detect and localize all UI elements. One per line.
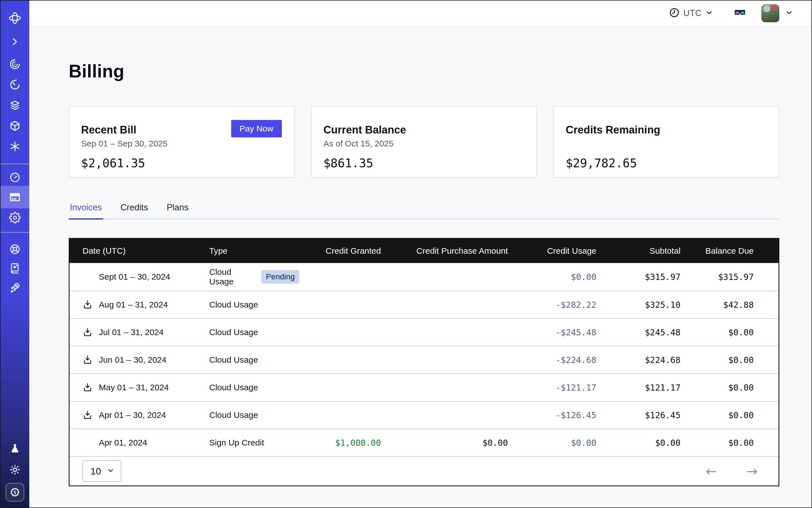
summary-cards: Recent Bill Sep 01 – Sep 30, 2025 $2,061…: [69, 106, 779, 178]
tab-plans[interactable]: Plans: [166, 203, 190, 219]
sidebar-item-layers[interactable]: [1, 94, 29, 117]
card-title: Credits Remaining: [566, 124, 766, 136]
invoice-type: Cloud Usage: [209, 267, 256, 286]
column-header-credit-purchase-amount: Credit Purchase Amount: [381, 246, 508, 256]
subtotal-value: $224.68: [596, 355, 681, 365]
sidebar-item-settings[interactable]: [1, 206, 29, 229]
credit-usage-value: -$245.48: [508, 328, 596, 337]
balance-due-value: $0.00: [681, 383, 754, 392]
card-subtitle: As of Oct 15, 2025: [324, 139, 524, 150]
invoice-date: May 01 – 31, 2024: [99, 383, 169, 392]
invoice-type: Sign Up Credit: [209, 438, 264, 448]
column-header-credit-usage: Credit Usage: [508, 246, 596, 256]
credits-remaining-card: Credits Remaining $29,782.65: [553, 106, 779, 178]
download-invoice-button[interactable]: [83, 327, 93, 337]
download-invoice-button[interactable]: [83, 300, 93, 310]
subtotal-value: $325.10: [596, 300, 681, 310]
column-header-date-utc: Date (UTC): [70, 246, 209, 256]
page-size-select[interactable]: 10: [83, 460, 121, 482]
sidebar-item-activity[interactable]: [1, 74, 29, 96]
current-balance-amount: $861.35: [324, 156, 524, 170]
table-body: Sept 01 – 30, 2024Cloud UsagePending$0.0…: [70, 263, 778, 456]
subtotal-value: $121.17: [596, 383, 681, 392]
recent-bill-amount: $2,061.35: [81, 156, 282, 170]
invoice-date: Jun 01 – 30, 2024: [99, 355, 166, 365]
download-invoice-button[interactable]: [83, 410, 93, 420]
chevron-down-icon: [785, 8, 794, 18]
account-menu[interactable]: [761, 4, 794, 22]
clock-icon: [669, 7, 680, 19]
chevron-down-icon: [107, 466, 115, 477]
credit-card-icon: [9, 191, 21, 203]
view-mode-button[interactable]: [733, 6, 747, 20]
sidebar-item-usage[interactable]: [1, 166, 29, 189]
invoice-date: Jul 01 – 31, 2024: [99, 328, 164, 337]
credit-purchase-value: $0.00: [381, 438, 508, 448]
pay-now-button[interactable]: Pay Now: [231, 120, 282, 137]
book-sparkle-icon: [9, 262, 21, 274]
sidebar-item-functions[interactable]: [1, 135, 29, 158]
next-page-button[interactable]: →: [746, 464, 758, 478]
pagination-controls: ← →: [706, 464, 758, 478]
credits-remaining-amount: $29,782.65: [566, 156, 766, 170]
sidebar-item-services[interactable]: [1, 53, 29, 76]
theme-toggle[interactable]: [1, 458, 29, 481]
column-header-type: Type: [209, 246, 299, 256]
credit-usage-value: -$282.22: [508, 300, 596, 310]
invoice-date: Sept 01 – 30, 2024: [99, 272, 170, 282]
credits-promo-button[interactable]: $: [1, 481, 29, 504]
sidebar: $: [1, 1, 29, 507]
download-invoice-button[interactable]: [83, 382, 93, 392]
app-logo[interactable]: [1, 7, 29, 29]
flask-icon: [9, 443, 21, 455]
balance-due-value: $42.88: [681, 300, 754, 310]
asterisk-icon: [9, 140, 21, 152]
logo-orbit-icon: [8, 11, 22, 25]
sidebar-divider: [1, 164, 29, 164]
svg-text:$: $: [13, 490, 16, 495]
balance-due-value: $0.00: [681, 410, 754, 420]
invoice-type: Cloud Usage: [209, 300, 258, 309]
subtotal-value: $126.45: [596, 410, 681, 420]
balance-due-value: $315.97: [681, 272, 754, 282]
card-subtitle: [566, 139, 766, 150]
table-row: Jul 01 – 31, 2024Cloud Usage-$245.48$245…: [70, 318, 778, 346]
timer-icon: [9, 79, 21, 91]
sidebar-item-billing[interactable]: [1, 186, 29, 208]
table-row: Apr 01, 2024Sign Up Credit$1,000.00$0.00…: [70, 429, 778, 456]
page-title: Billing: [69, 61, 779, 82]
invoice-type: Cloud Usage: [209, 328, 258, 337]
cube-icon: [9, 120, 21, 132]
sidebar-item-getting-started[interactable]: [1, 276, 29, 299]
sidebar-item-labs[interactable]: [1, 437, 29, 460]
sidebar-item-terminal[interactable]: [1, 31, 29, 53]
credit-usage-value: $0.00: [508, 438, 596, 448]
recent-bill-card: Recent Bill Sep 01 – Sep 30, 2025 $2,061…: [69, 106, 295, 178]
table-header-row: Date (UTC)TypeCredit GrantedCredit Purch…: [70, 239, 778, 263]
table-row: Apr 01 – 30, 2024Cloud Usage-$126.45$126…: [70, 401, 778, 429]
gauge-icon: [9, 171, 21, 183]
credit-usage-value: -$224.68: [508, 355, 596, 365]
column-header-credit-granted: Credit Granted: [299, 246, 381, 256]
prev-page-button[interactable]: ←: [706, 464, 717, 478]
download-invoice-button[interactable]: [83, 355, 93, 365]
invoice-date: Apr 01, 2024: [99, 438, 147, 448]
invoice-type: Cloud Usage: [209, 410, 258, 420]
tab-invoices[interactable]: Invoices: [69, 203, 103, 219]
credit-usage-value: -$121.17: [508, 383, 596, 392]
user-avatar: [761, 4, 779, 22]
subtotal-value: $245.48: [596, 328, 681, 337]
column-header-balance-due: Balance Due: [681, 246, 754, 256]
gear-icon: [9, 212, 21, 223]
credit-usage-value: -$126.45: [508, 410, 596, 420]
3d-glasses-icon: [733, 6, 747, 20]
tab-credits[interactable]: Credits: [119, 203, 149, 219]
invoices-table: Date (UTC)TypeCredit GrantedCredit Purch…: [69, 238, 779, 486]
invoice-type: Cloud Usage: [209, 383, 258, 392]
timezone-selector[interactable]: UTC: [669, 7, 714, 19]
billing-page: Billing Recent Bill Sep 01 – Sep 30, 202…: [29, 27, 811, 507]
chevron-down-icon: [705, 8, 714, 18]
sidebar-item-deployments[interactable]: [1, 115, 29, 137]
table-row: May 01 – 31, 2024Cloud Usage-$121.17$121…: [70, 373, 778, 401]
dollar-badge-icon: $: [6, 483, 24, 502]
